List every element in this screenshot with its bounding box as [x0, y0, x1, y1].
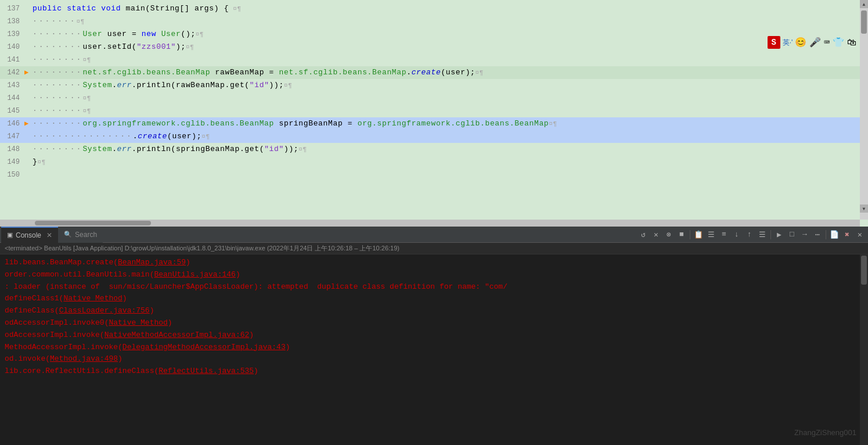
code-line-148: 148 ········System.err.println(springBea…: [0, 143, 868, 156]
gutter-arrow: ▶: [24, 66, 33, 79]
console-status-bar: <terminated> BeanUtils [Java Application…: [0, 243, 868, 254]
stop-button[interactable]: ■: [676, 229, 687, 241]
editor-horizontal-scrollbar[interactable]: [0, 220, 860, 227]
line-number: 138: [2, 15, 24, 28]
line-number: 141: [2, 53, 24, 66]
link-method[interactable]: Method.java:498: [50, 354, 118, 363]
gutter: [24, 41, 33, 53]
gutter: [24, 2, 33, 15]
code-line-139: 139 ········User user = new User();¤¶: [0, 28, 868, 41]
more-button[interactable]: ⋯: [812, 229, 823, 241]
console-panel: ▣ Console ✕ 🔍 Search ↺ ✕ ⊗ ■ 📋 ☰ ≡ ↓ ↑ ☰…: [0, 227, 868, 445]
gutter: [24, 130, 33, 143]
code-content: }¤¶: [33, 156, 866, 168]
open-button[interactable]: □: [786, 229, 798, 241]
code-content: ········net.sf.cglib.beans.BeanMap rawBe…: [33, 66, 866, 79]
sogou-logo[interactable]: S: [768, 36, 780, 49]
close-button[interactable]: ✕: [854, 229, 866, 241]
sogou-toolbar: S 英·' 😊 🎤 ⌨ 👕 🛍: [768, 36, 856, 49]
line-number: 144: [2, 92, 24, 105]
code-content: ········¤¶: [33, 105, 866, 117]
scrollbar-thumb[interactable]: [35, 221, 151, 225]
gutter: [24, 53, 33, 66]
line-number: 137: [2, 2, 24, 15]
console-output[interactable]: lib.beans.BeanMap.create(BeanMap.java:59…: [0, 254, 868, 445]
code-content: ·······¤¶: [33, 15, 866, 28]
keyboard-icon[interactable]: ⌨: [824, 37, 830, 48]
settings-button[interactable]: ✖: [841, 229, 853, 241]
scroll-lock-button[interactable]: ☰: [705, 229, 717, 241]
code-content: ········User user = new User();¤¶: [33, 28, 866, 41]
gutter: [24, 143, 33, 156]
emoji-icon[interactable]: 😊: [795, 37, 806, 48]
code-content: ········System.err.println(rawBeanMap.ge…: [33, 79, 866, 92]
sep2: [770, 230, 771, 239]
code-content: ········org.springframework.cglib.beans.…: [33, 117, 866, 130]
next-button[interactable]: ≡: [718, 229, 730, 241]
console-tab-icon: ▣: [7, 231, 13, 239]
forward-button[interactable]: →: [799, 229, 811, 241]
menu-button[interactable]: ☰: [757, 229, 768, 241]
search-tab-icon: 🔍: [64, 231, 72, 238]
terminate-button[interactable]: ✕: [650, 229, 662, 241]
shop-icon[interactable]: 🛍: [847, 37, 856, 48]
gutter: [24, 92, 33, 105]
copy-button[interactable]: 📋: [693, 229, 704, 241]
line-number: 147: [2, 130, 24, 143]
mic-icon[interactable]: 🎤: [809, 37, 821, 48]
gutter: [24, 28, 33, 41]
refresh-button[interactable]: ↺: [638, 229, 649, 241]
line-number: 150: [2, 168, 24, 181]
scroll-down-arrow[interactable]: ▼: [860, 204, 868, 213]
link-delegating[interactable]: DelegatingMethodAccessorImpl.java:43: [123, 343, 286, 351]
console-tab-close[interactable]: ✕: [46, 231, 52, 239]
watermark: ZhangZiSheng001: [794, 427, 856, 439]
up-button[interactable]: ↑: [744, 229, 755, 241]
console-line-5: defineClass(ClassLoader.java:756): [5, 305, 863, 317]
console-toolbar: ↺ ✕ ⊗ ■ 📋 ☰ ≡ ↓ ↑ ☰ ▶ □ → ⋯ 📄 ✖ ✕: [638, 229, 868, 241]
link-classloader[interactable]: ClassLoader.java:756: [59, 306, 150, 315]
code-line-140: 140 ········user.setId("zzs001");¤¶: [0, 41, 868, 53]
link-beanmap[interactable]: BeanMap.java:59: [118, 258, 186, 267]
console-line-10: lib.core.ReflectUtils.defineClass(Reflec…: [5, 365, 863, 378]
link-beanutils[interactable]: BeanUtils.java:146: [154, 270, 235, 279]
code-content: ········¤¶: [33, 92, 866, 105]
console-vertical-scrollbar[interactable]: [860, 254, 868, 445]
console-scroll-thumb[interactable]: [861, 256, 867, 285]
run-button[interactable]: ▶: [773, 229, 785, 241]
console-line-7: odAccessorImpl.invoke(NativeMethodAccess…: [5, 329, 863, 342]
gutter-arrow: ▶: [24, 117, 33, 130]
code-content: ········user.setId("zzs001");¤¶: [33, 41, 866, 53]
code-line-142: 142 ▶ ········net.sf.cglib.beans.BeanMap…: [0, 66, 868, 79]
code-content: ········¤¶: [33, 53, 866, 66]
code-line-150: 150: [0, 168, 868, 181]
link-reflectutils[interactable]: ReflectUtils.java:535: [159, 367, 254, 375]
status-text: <terminated> BeanUtils [Java Application…: [5, 245, 399, 252]
link-nativemethod[interactable]: NativeMethodAccessorImpl.java:62: [105, 331, 250, 339]
tab-console[interactable]: ▣ Console ✕: [1, 227, 58, 243]
code-content: ················.create(user);¤¶: [33, 130, 866, 143]
gutter: [24, 79, 33, 92]
code-line-138: 138 ·······¤¶: [0, 15, 868, 28]
sogou-text: 英·': [783, 38, 793, 48]
code-line-146: 146 ▶ ········org.springframework.cglib.…: [0, 117, 868, 130]
scroll-thumb[interactable]: [861, 10, 867, 34]
line-number: 145: [2, 105, 24, 117]
line-number: 143: [2, 79, 24, 92]
shirt-icon[interactable]: 👕: [833, 37, 844, 48]
file-button[interactable]: 📄: [829, 229, 840, 241]
gutter: [24, 105, 33, 117]
code-content: public static void main(String[] args) {…: [33, 2, 866, 15]
code-line-144: 144 ········¤¶: [0, 92, 868, 105]
code-line-143: 143 ········System.err.println(rawBeanMa…: [0, 79, 868, 92]
gutter: [24, 168, 33, 181]
editor-vertical-scrollbar[interactable]: ▲ ▼: [860, 0, 868, 220]
console-line-1: lib.beans.BeanMap.create(BeanMap.java:59…: [5, 257, 863, 269]
down-button[interactable]: ↓: [731, 229, 743, 241]
console-tab-bar: ▣ Console ✕ 🔍 Search ↺ ✕ ⊗ ■ 📋 ☰ ≡ ↓ ↑ ☰…: [0, 227, 868, 243]
link-native2[interactable]: Native Method: [109, 318, 167, 327]
remove-button[interactable]: ⊗: [663, 229, 675, 241]
tab-search[interactable]: 🔍 Search: [58, 227, 103, 243]
scroll-up-arrow[interactable]: ▲: [860, 0, 868, 8]
link-native1[interactable]: Native Method: [63, 294, 122, 303]
